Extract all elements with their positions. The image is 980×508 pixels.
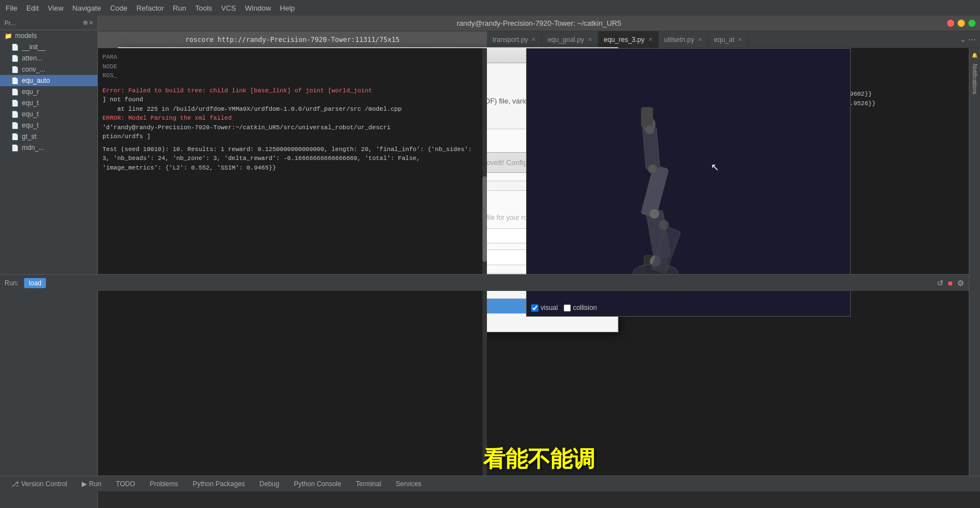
visual-checkbox-label[interactable]: visual: [531, 304, 558, 312]
menu-edit[interactable]: Edit: [26, 4, 39, 12]
collision-label: collision: [573, 304, 597, 312]
visual-checkbox[interactable]: [531, 304, 538, 312]
minimize-button[interactable]: [958, 20, 965, 27]
roscore-bar: roscore http://randy-Precision-7920-Towe…: [98, 31, 487, 48]
project-sidebar: Pr... ⊕ ≡ 📁 models 📄 __init__ 📄 atten...…: [0, 16, 98, 508]
main-terminal[interactable]: PARA NODE ROS_ Error: Failed to build tr…: [98, 48, 487, 476]
menu-bar: File Edit View Navigate Code Refactor Ru…: [0, 0, 980, 16]
tab-python-packages[interactable]: Python Packages: [186, 478, 251, 490]
term-para: PARA: [102, 53, 482, 62]
robot-end-effector: [641, 107, 653, 127]
file-icon-5: 📄: [11, 88, 19, 96]
file-icon-2: 📄: [11, 55, 19, 62]
tab-equ-res[interactable]: equ_res_3.py ✕: [598, 31, 659, 48]
menu-navigate[interactable]: Navigate: [72, 4, 101, 12]
file-icon-9: 📄: [11, 133, 19, 140]
sidebar-init[interactable]: 📄 __init__: [0, 41, 97, 53]
term-info-2: at line 225 in /build/urdfdom-YMMa9X/urd…: [102, 105, 482, 114]
term-node: NODE: [102, 62, 482, 72]
run-reload-icon[interactable]: ↺: [937, 279, 944, 288]
cursor-indicator: ↖: [711, 161, 719, 173]
menu-refactor[interactable]: Refactor: [137, 4, 164, 12]
tab-equ-at[interactable]: equ_at ✕: [709, 31, 749, 48]
menu-code[interactable]: Code: [110, 4, 128, 12]
main-terminal-scrollbar[interactable]: [482, 48, 487, 476]
run-stop-icon[interactable]: ■: [948, 279, 953, 288]
tab-problems[interactable]: Problems: [143, 478, 185, 490]
tab-close-equ-at[interactable]: ✕: [738, 36, 742, 43]
file-icon-10: 📄: [11, 144, 19, 152]
run-settings-icon[interactable]: ⚙: [957, 279, 964, 288]
maximize-button[interactable]: [968, 20, 976, 27]
term-info-3: 'd'randy@randy-Precision-7920-Tower:~/ca…: [102, 123, 482, 133]
notifications-label: Notifications: [972, 64, 978, 94]
sidebar-icons: ⊕ ≡: [83, 19, 93, 26]
visual-label: visual: [541, 304, 558, 312]
sidebar-equ-t3[interactable]: 📄 equ_t: [0, 120, 97, 131]
tab-equ-goal[interactable]: equ_goal.py ✕: [542, 31, 598, 48]
tabs-bar: transport.py ✕ equ_goal.py ✕ equ_res_3.p…: [487, 31, 980, 48]
menu-tools[interactable]: Tools: [195, 4, 212, 12]
sidebar-equ-auto[interactable]: 📄 equ_auto: [0, 75, 97, 86]
tab-run[interactable]: ▶ Run: [75, 478, 108, 490]
term-info-4: ption/urdfs ]: [102, 132, 482, 142]
menu-view[interactable]: View: [48, 4, 63, 12]
window-controls: [947, 20, 976, 27]
sidebar-mdn[interactable]: 📄 mdn_...: [0, 142, 97, 153]
sidebar-atten[interactable]: 📄 atten...: [0, 53, 97, 64]
tab-transport[interactable]: transport.py ✕: [487, 31, 542, 48]
notifications-panel: 🔔 Notifications: [969, 48, 980, 476]
menu-window[interactable]: Window: [245, 4, 271, 12]
notifications-icon[interactable]: 🔔: [972, 53, 978, 58]
tab-close-transport[interactable]: ✕: [531, 36, 536, 43]
menu-file[interactable]: File: [6, 4, 17, 12]
sidebar-conv[interactable]: 📄 conv_...: [0, 64, 97, 75]
tab-debug[interactable]: Debug: [253, 478, 286, 490]
tab-version-control[interactable]: ⎇ Version Control: [4, 478, 74, 490]
menu-run[interactable]: Run: [173, 4, 186, 12]
sidebar-header: Pr... ⊕ ≡: [0, 16, 97, 30]
robot-joint-4: [645, 125, 654, 134]
robot-joint-2: [649, 209, 659, 219]
close-button[interactable]: [947, 20, 954, 27]
roscore-url: roscore http://randy-Precision-7920-Towe…: [185, 36, 400, 44]
menu-help[interactable]: Help: [280, 4, 295, 12]
sidebar-equ-t1[interactable]: 📄 equ_t: [0, 97, 97, 109]
sidebar-equ-r[interactable]: 📄 equ_r: [0, 86, 97, 97]
vcs-icon: ⎇: [11, 480, 19, 488]
run-bar: Run: load ↺ ■ ⚙ ✕: [0, 274, 980, 291]
folder-icon: 📁: [4, 32, 12, 40]
sidebar-gt[interactable]: 📄 gt_st: [0, 131, 97, 142]
collision-checkbox[interactable]: [564, 304, 571, 312]
term-error-1: Error: Failed to build tree: child link …: [102, 86, 482, 96]
sidebar-models[interactable]: 📁 models: [0, 30, 97, 41]
main-scrollbar-thumb: [482, 176, 487, 262]
tab-todo[interactable]: TODO: [109, 478, 142, 490]
tab-terminal[interactable]: Terminal: [349, 478, 388, 490]
run-label: Run:: [4, 279, 18, 287]
tab-more-icon[interactable]: ⌄ ⋯: [955, 35, 980, 44]
term-error-2: ERROR: Model Parsing the xml failed: [102, 114, 482, 123]
tab-close-equ-res[interactable]: ✕: [648, 36, 653, 43]
project-label: Pr...: [4, 20, 16, 26]
collision-checkbox-label[interactable]: collision: [564, 304, 597, 312]
file-icon-3: 📄: [11, 66, 19, 73]
robot2-joint: [659, 220, 669, 230]
viz-controls: visual collision: [531, 304, 597, 312]
term-info-1: ] not found: [102, 95, 482, 105]
term-ros: ROS_: [102, 71, 482, 81]
tab-services[interactable]: Services: [389, 478, 428, 490]
tab-close-utilsetn[interactable]: ✕: [698, 36, 702, 43]
run-item[interactable]: load: [24, 278, 46, 288]
tab-utilsetn[interactable]: utilsetn.py ✕: [659, 31, 709, 48]
robot-svg: [571, 82, 739, 306]
terminal-title: randy@randy-Precision-7920-Tower: ~/catk…: [457, 19, 621, 27]
tab-python-console[interactable]: Python Console: [287, 478, 348, 490]
run-tab-icon: ▶: [82, 480, 87, 488]
file-icon-7: 📄: [11, 111, 19, 118]
robot-joint-3: [648, 164, 657, 173]
menu-vcs[interactable]: VCS: [221, 4, 236, 12]
file-icon-6: 📄: [11, 100, 19, 107]
tab-close-equ-goal[interactable]: ✕: [588, 36, 592, 43]
sidebar-equ-t2[interactable]: 📄 equ_t: [0, 109, 97, 120]
